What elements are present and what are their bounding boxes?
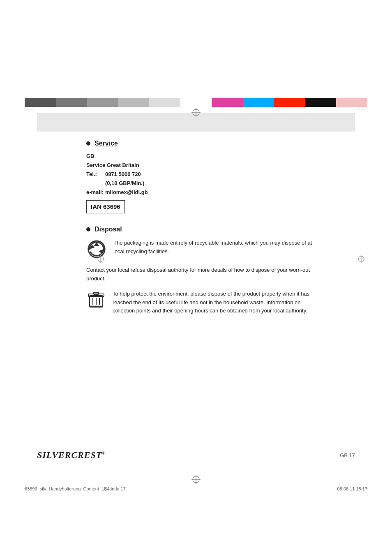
country-code: GB bbox=[86, 152, 316, 161]
corner-mark-top-right bbox=[357, 106, 368, 118]
color-swatch-4 bbox=[118, 98, 149, 107]
color-swatch-8 bbox=[243, 98, 274, 107]
brand-name: SILVERCREST® bbox=[37, 450, 106, 460]
color-swatch-6 bbox=[180, 98, 212, 107]
color-swatch-3 bbox=[87, 98, 118, 107]
service-email-row: e-mail: milomex@lidl.gb bbox=[86, 188, 150, 197]
corner-mark-top-left bbox=[24, 106, 35, 118]
service-content: GB Service Great Britain Tel.: 0871 5000… bbox=[86, 152, 316, 213]
crosshair-top-center bbox=[191, 108, 201, 118]
main-content: Service GB Service Great Britain Tel.: 0… bbox=[86, 140, 316, 315]
crosshair-left-mid bbox=[97, 255, 105, 264]
disposal-section: Disposal bbox=[86, 226, 316, 315]
weee-row: To help protect the environment, please … bbox=[86, 290, 316, 315]
tel-label: Tel.: bbox=[86, 170, 105, 179]
service-name-row: Service Great Britain bbox=[86, 161, 150, 170]
brand-sup: ® bbox=[102, 451, 106, 456]
file-info-left: 63696_silv_Handyhalterung_Content_LB4.in… bbox=[25, 486, 126, 491]
color-bar bbox=[25, 98, 367, 107]
color-swatch-2 bbox=[56, 98, 87, 107]
contact-text: Contact your local refuse disposal autho… bbox=[86, 266, 316, 283]
service-title: Service bbox=[95, 140, 118, 147]
svg-rect-5 bbox=[94, 292, 99, 294]
service-tel-row: Tel.: 0871 5000 720 bbox=[86, 170, 150, 179]
color-swatch-11 bbox=[336, 98, 367, 107]
service-header: Service bbox=[86, 140, 316, 147]
color-swatch-7 bbox=[212, 98, 243, 107]
email-value: milomex@lidl.gb bbox=[105, 188, 150, 197]
crosshair-right-mid bbox=[357, 255, 365, 264]
silvercrest-footer: SILVERCREST® GB 17 bbox=[37, 447, 355, 460]
service-details-table: Service Great Britain Tel.: 0871 5000 72… bbox=[86, 161, 150, 197]
color-swatch-10 bbox=[305, 98, 336, 107]
brand-text: SILVERCREST bbox=[37, 450, 102, 460]
disposal-top-row: The packaging is made entirely of recycl… bbox=[86, 239, 316, 259]
disposal-title: Disposal bbox=[95, 226, 122, 233]
page: Service GB Service Great Britain Tel.: 0… bbox=[0, 0, 392, 555]
email-label: e-mail: bbox=[86, 188, 105, 197]
disposal-bullet bbox=[86, 227, 90, 231]
file-info-bar: 63696_silv_Handyhalterung_Content_LB4.in… bbox=[25, 486, 367, 491]
service-bullet bbox=[86, 141, 90, 146]
tel-note: (0,10 GBP/Min.) bbox=[105, 179, 150, 188]
service-name: Service Great Britain bbox=[86, 161, 150, 170]
color-swatch-9 bbox=[274, 98, 305, 107]
file-info-right: 08.06.11 15:17 bbox=[337, 486, 367, 491]
ian-box: IAN 63696 bbox=[86, 200, 125, 213]
disposal-header: Disposal bbox=[86, 226, 316, 233]
weee-text: To help protect the environment, please … bbox=[113, 290, 316, 315]
color-bar-section bbox=[0, 98, 392, 107]
tel-value: 0871 5000 720 bbox=[105, 170, 150, 179]
weee-icon bbox=[86, 290, 106, 310]
color-swatch-5 bbox=[149, 98, 180, 107]
footer-bar: SILVERCREST® GB 17 bbox=[0, 447, 392, 460]
service-section: Service GB Service Great Britain Tel.: 0… bbox=[86, 140, 316, 213]
crosshair-bottom-center bbox=[191, 475, 201, 485]
service-tel-note-row: (0,10 GBP/Min.) bbox=[86, 179, 150, 188]
recycle-text: The packaging is made entirely of recycl… bbox=[113, 239, 316, 256]
color-swatch-1 bbox=[25, 98, 56, 107]
footer-page-info: GB 17 bbox=[340, 452, 355, 458]
